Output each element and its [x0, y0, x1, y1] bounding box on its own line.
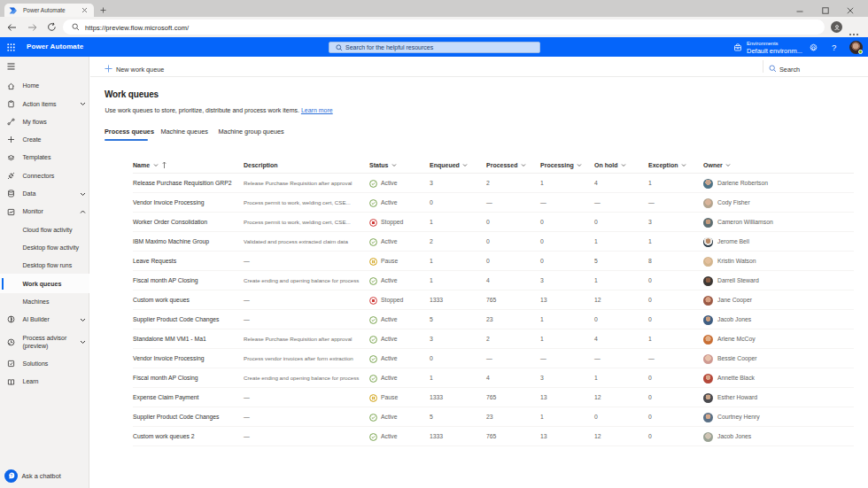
- svg-text:?: ?: [10, 474, 12, 478]
